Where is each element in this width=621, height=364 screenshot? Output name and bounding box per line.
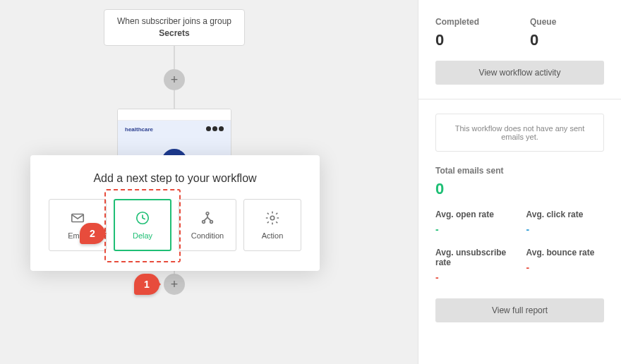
plus-icon: +: [171, 277, 179, 292]
social-icons: [206, 126, 224, 131]
svg-point-2: [206, 212, 209, 215]
stats-top-row: Completed 0 Queue 0: [418, 0, 621, 61]
stat-completed: Completed 0: [435, 17, 479, 49]
stat-unsub-rate: Avg. unsubscribe rate -: [435, 248, 514, 283]
stat-open-rate: Avg. open rate -: [435, 210, 514, 235]
click-rate-label: Avg. click rate: [526, 210, 605, 219]
add-step-button[interactable]: +: [164, 69, 185, 90]
email-preview-header: [118, 109, 231, 121]
total-sent-value: 0: [435, 180, 604, 198]
trigger-group-name: Secrets: [159, 28, 189, 40]
step-option-action[interactable]: Action: [243, 199, 301, 251]
stat-click-rate: Avg. click rate -: [526, 210, 605, 235]
open-rate-label: Avg. open rate: [435, 210, 514, 219]
trigger-text: When subscriber joins a group: [117, 16, 231, 28]
stat-bounce-rate: Avg. bounce rate -: [526, 248, 605, 283]
queue-label: Queue: [530, 17, 556, 27]
total-sent-block: Total emails sent 0: [418, 166, 621, 210]
view-activity-button[interactable]: View workflow activity: [435, 61, 604, 85]
trigger-card[interactable]: When subscriber joins a group Secrets: [104, 9, 245, 46]
total-sent-label: Total emails sent: [435, 166, 604, 176]
annotation-marker-1: 1: [134, 274, 159, 295]
step-option-delay[interactable]: Delay: [114, 199, 171, 251]
gear-icon: [265, 210, 280, 226]
svg-point-5: [270, 216, 275, 220]
completed-label: Completed: [435, 17, 479, 27]
connector-line: [174, 46, 175, 69]
click-rate-value: -: [526, 224, 605, 235]
step-option-label: Action: [262, 231, 284, 240]
queue-value: 0: [530, 31, 556, 49]
envelope-icon: [70, 210, 85, 226]
bounce-rate-value: -: [526, 262, 605, 273]
bounce-rate-label: Avg. bounce rate: [526, 248, 605, 257]
divider: [418, 99, 621, 99]
completed-value: 0: [435, 31, 479, 49]
branch-icon: [200, 210, 215, 226]
unsub-rate-value: -: [435, 272, 514, 283]
rates-grid: Avg. open rate - Avg. click rate - Avg. …: [418, 210, 621, 283]
step-option-label: Condition: [191, 231, 224, 240]
annotation-marker-2: 2: [80, 223, 105, 244]
svg-point-3: [203, 221, 205, 224]
connector-line: [174, 90, 175, 110]
add-step-button[interactable]: +: [164, 274, 185, 295]
plus-icon: +: [171, 73, 179, 87]
add-step-popup: Add a next step to your workflow Email D…: [30, 155, 320, 271]
clock-icon: [135, 210, 150, 226]
popup-title: Add a next step to your workflow: [47, 172, 303, 185]
step-option-label: Delay: [133, 231, 152, 240]
stat-queue: Queue 0: [530, 17, 556, 49]
open-rate-value: -: [435, 224, 514, 235]
step-option-condition[interactable]: Condition: [179, 199, 236, 251]
svg-point-4: [210, 221, 213, 224]
sidebar-panel: Completed 0 Queue 0 View workflow activi…: [418, 0, 621, 364]
unsub-rate-label: Avg. unsubscribe rate: [435, 248, 514, 267]
view-report-button[interactable]: View full report: [435, 298, 604, 322]
no-emails-notice: This workflow does not have any sent ema…: [435, 114, 604, 152]
workflow-canvas: When subscriber joins a group Secrets + …: [0, 0, 418, 364]
